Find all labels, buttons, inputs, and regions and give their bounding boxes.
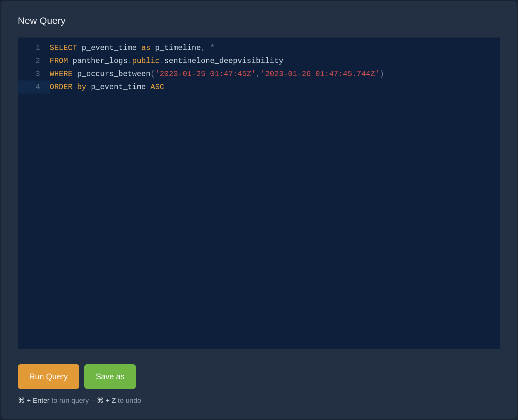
hint-shortcut: ⌘ + Enter: [18, 396, 50, 404]
code-content[interactable]: ORDER by p_event_time ASC: [50, 80, 164, 94]
editor-line: 1 SELECT p_event_time as p_timeline, *: [18, 41, 500, 54]
sql-identifier: p_timeline: [150, 44, 201, 52]
sql-identifier: p_event_time: [77, 44, 141, 52]
editor-line: 3 WHERE p_occurs_between('2023-01-25 01:…: [18, 67, 500, 80]
sql-punct: .: [160, 57, 164, 65]
query-panel: New Query 1 SELECT p_event_time as p_tim…: [1, 1, 517, 419]
line-number: 3: [18, 67, 50, 80]
page-title: New Query: [18, 15, 500, 26]
sql-punct: ,: [256, 70, 260, 78]
editor-line: 2 FROM panther_logs.public.sentinelone_d…: [18, 54, 500, 67]
sql-keyword: by: [77, 83, 86, 91]
code-content[interactable]: FROM panther_logs.public.sentinelone_dee…: [50, 54, 284, 67]
line-number: 2: [18, 54, 50, 67]
sql-keyword: WHERE: [50, 70, 73, 78]
sql-keyword: ORDER: [50, 83, 73, 91]
sql-identifier: panther_logs: [68, 57, 128, 65]
save-as-button[interactable]: Save as: [84, 364, 136, 389]
sql-string: '2023-01-26 01:47:45.744Z': [261, 70, 380, 78]
hint-text: to run query –: [50, 396, 97, 404]
editor-line: 4 ORDER by p_event_time ASC: [18, 80, 500, 94]
sql-keyword: FROM: [50, 57, 68, 65]
action-bar: Run Query Save as: [18, 364, 500, 389]
sql-punct: ,: [201, 44, 210, 52]
hint-text: to undo: [116, 396, 141, 404]
run-query-button[interactable]: Run Query: [18, 364, 79, 389]
sql-space: [73, 83, 77, 91]
line-number: 1: [18, 41, 50, 54]
sql-identifier: p_event_time: [86, 83, 150, 91]
sql-schema: public: [132, 57, 159, 65]
code-content[interactable]: WHERE p_occurs_between('2023-01-25 01:47…: [50, 67, 384, 80]
sql-identifier: p_occurs_between: [73, 70, 150, 78]
sql-wildcard: *: [210, 44, 214, 52]
sql-keyword: SELECT: [50, 44, 77, 52]
sql-keyword: ASC: [150, 83, 164, 91]
sql-punct: (: [150, 70, 155, 78]
sql-punct: .: [128, 57, 132, 65]
code-content[interactable]: SELECT p_event_time as p_timeline, *: [50, 41, 215, 54]
sql-punct: ): [380, 70, 384, 78]
hint-shortcut: ⌘ + Z: [97, 396, 116, 404]
sql-editor[interactable]: 1 SELECT p_event_time as p_timeline, * 2…: [18, 38, 500, 349]
sql-string: '2023-01-25 01:47:45Z': [155, 70, 256, 78]
line-number: 4: [18, 80, 50, 94]
keyboard-hint: ⌘ + Enter to run query – ⌘ + Z to undo: [18, 396, 500, 405]
sql-keyword: as: [141, 44, 150, 52]
sql-identifier: sentinelone_deepvisibility: [164, 57, 283, 65]
